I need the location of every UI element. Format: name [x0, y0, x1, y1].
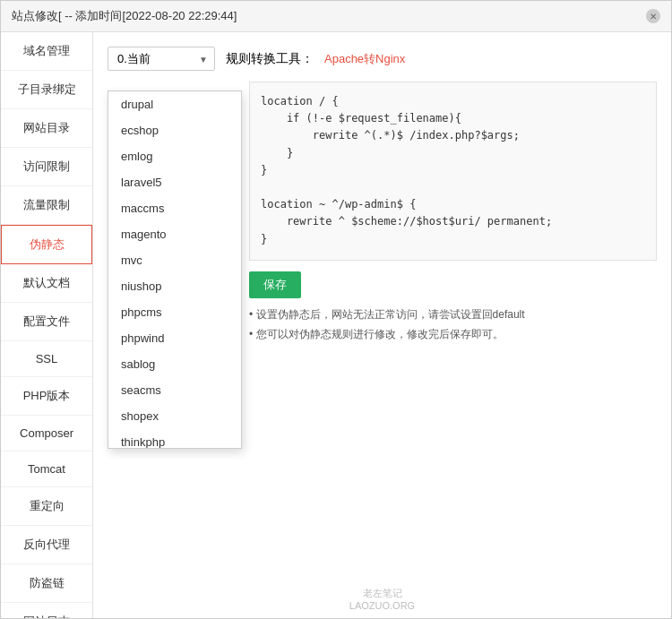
- sidebar-item-10[interactable]: Composer: [1, 416, 92, 451]
- info-line-2: 您可以对伪静态规则进行修改，修改完后保存即可。: [249, 325, 657, 345]
- sidebar-item-3[interactable]: 访问限制: [1, 148, 92, 186]
- sidebar-item-4[interactable]: 流量限制: [1, 186, 92, 225]
- watermark: 老左笔记 LAOZUO.ORG: [349, 587, 415, 611]
- rule-select[interactable]: 0.当前: [108, 47, 215, 71]
- sidebar-item-5[interactable]: 伪静态: [1, 225, 92, 264]
- sidebar-item-2[interactable]: 网站目录: [1, 109, 92, 148]
- dropdown-item-laravel5[interactable]: laravel5: [108, 169, 241, 195]
- dropdown-item-drupal[interactable]: drupal: [108, 91, 241, 117]
- converter-label: 规则转换工具：: [226, 51, 314, 67]
- dropdown-item-sablog[interactable]: sablog: [108, 351, 241, 377]
- sidebar-item-13[interactable]: 反向代理: [1, 526, 92, 564]
- dropdown-item-mvc[interactable]: mvc: [108, 247, 241, 273]
- dropdown-item-ecshop[interactable]: ecshop: [108, 117, 241, 143]
- info-line-1: 设置伪静态后，网站无法正常访问，请尝试设置回default: [249, 305, 657, 325]
- code-line: location ~ ^/wp-admin$ {: [261, 196, 645, 213]
- dropdown-item-shopex[interactable]: shopex: [108, 403, 241, 429]
- code-line: if (!-e $request_filename){: [261, 110, 645, 127]
- save-button[interactable]: 保存: [249, 271, 301, 298]
- title-bar: 站点修改[ -- 添加时间[2022-08-20 22:29:44] ✕: [1, 1, 671, 32]
- dropdown-menu: drupalecshopemloglaravel5maccmsmagentomv…: [108, 90, 242, 449]
- converter-link[interactable]: Apache转Nginx: [324, 51, 405, 67]
- sidebar-item-6[interactable]: 默认文档: [1, 264, 92, 303]
- main-layout: 域名管理子目录绑定网站目录访问限制流量限制伪静态默认文档配置文件SSLPHP版本…: [1, 32, 671, 618]
- sidebar-item-12[interactable]: 重定向: [1, 487, 92, 526]
- close-button[interactable]: ✕: [646, 9, 660, 23]
- sidebar-item-14[interactable]: 防盗链: [1, 564, 92, 603]
- sidebar-item-0[interactable]: 域名管理: [1, 32, 92, 71]
- code-block: location / { if (!-e $request_filename){…: [249, 82, 657, 261]
- code-line: [261, 179, 645, 196]
- sidebar-item-11[interactable]: Tomcat: [1, 451, 92, 487]
- code-line: }: [261, 231, 645, 248]
- code-line: location / {: [261, 93, 645, 110]
- dropdown-row: 0.当前 ▼ 规则转换工具： Apache转Nginx: [108, 47, 657, 71]
- sidebar: 域名管理子目录绑定网站目录访问限制流量限制伪静态默认文档配置文件SSLPHP版本…: [1, 32, 93, 618]
- dropdown-item-thinkphp[interactable]: thinkphp: [108, 429, 241, 449]
- dropdown-item-niushop[interactable]: niushop: [108, 273, 241, 299]
- sidebar-item-1[interactable]: 子目录绑定: [1, 71, 92, 109]
- watermark-line2: LAOZUO.ORG: [349, 600, 415, 611]
- dropdown-item-phpwind[interactable]: phpwind: [108, 325, 241, 351]
- dropdown-item-emlog[interactable]: emlog: [108, 143, 241, 169]
- content-area: 0.当前 ▼ 规则转换工具： Apache转Nginx drupalecshop…: [93, 32, 671, 618]
- dropdown-item-seacms[interactable]: seacms: [108, 377, 241, 403]
- sidebar-item-7[interactable]: 配置文件: [1, 303, 92, 341]
- dropdown-item-phpcms[interactable]: phpcms: [108, 299, 241, 325]
- sidebar-item-15[interactable]: 网站日志: [1, 603, 92, 618]
- code-line: rewrite ^(.*)$ /index.php?$args;: [261, 127, 645, 144]
- info-section: 设置伪静态后，网站无法正常访问，请尝试设置回default 您可以对伪静态规则进…: [249, 305, 657, 344]
- button-row: 保存: [249, 271, 657, 298]
- dropdown-item-magento[interactable]: magento: [108, 221, 241, 247]
- main-window: 站点修改[ -- 添加时间[2022-08-20 22:29:44] ✕ 域名管…: [0, 0, 672, 619]
- watermark-line1: 老左笔记: [349, 587, 415, 600]
- sidebar-item-9[interactable]: PHP版本: [1, 377, 92, 416]
- rule-select-wrapper: 0.当前 ▼: [108, 47, 215, 71]
- sidebar-item-8[interactable]: SSL: [1, 341, 92, 377]
- window-title: 站点修改[ -- 添加时间[2022-08-20 22:29:44]: [12, 8, 237, 24]
- code-line: }: [261, 162, 645, 179]
- dropdown-item-maccms[interactable]: maccms: [108, 195, 241, 221]
- code-line: }: [261, 145, 645, 162]
- code-line: rewrite ^ $scheme://$host$uri/ permanent…: [261, 213, 645, 230]
